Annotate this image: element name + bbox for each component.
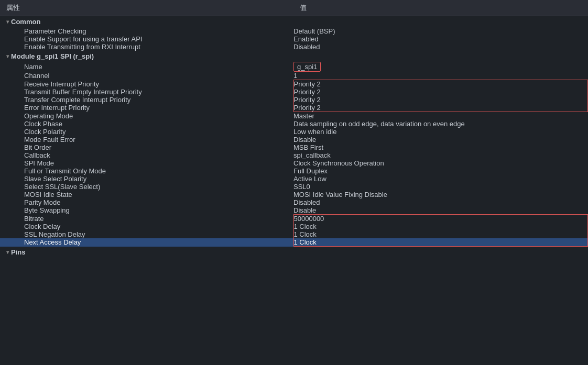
table-row[interactable]: Select SSL(Slave Select)SSL0 — [0, 183, 588, 191]
properties-table: 属性 值 ▾CommonParameter CheckingDefault (B… — [0, 0, 588, 258]
property-cell: Channel — [0, 72, 293, 80]
property-cell: Operating Mode — [0, 112, 293, 120]
section-name: Module g_spi1 SPI (r_spi) — [11, 52, 94, 60]
value-cell[interactable]: Disable — [293, 136, 588, 143]
value-cell[interactable]: 1 Clock — [293, 223, 588, 230]
table-row[interactable]: Parity ModeDisabled — [0, 198, 588, 206]
value-cell[interactable]: MOSI Idle Value Fixing Disable — [293, 191, 588, 198]
value-cell[interactable]: spi_callback — [293, 151, 588, 159]
value-box: Priority 2 — [294, 80, 321, 88]
value-cell[interactable]: 1 Clock — [293, 238, 588, 247]
table-row[interactable]: Slave Select PolarityActive Low — [0, 175, 588, 183]
property-column-header: 属性 — [0, 0, 293, 16]
table-row[interactable]: Next Access Delay1 Clock — [0, 238, 588, 247]
table-row[interactable]: Clock Delay1 Clock — [0, 223, 588, 230]
section-label: ▾Module g_spi1 SPI (r_spi) — [0, 51, 588, 62]
value-cell[interactable]: Priority 2 — [293, 88, 588, 96]
property-cell: Enable Transmitting from RXI Interrupt — [0, 43, 293, 51]
value-cell[interactable]: 1 — [293, 72, 588, 80]
property-cell: Parameter Checking — [0, 27, 293, 35]
value-column-header: 值 — [293, 0, 588, 16]
property-cell: Bit Order — [0, 143, 293, 151]
table-row[interactable]: Mode Fault ErrorDisable — [0, 136, 588, 143]
chevron-icon: ▾ — [6, 19, 9, 25]
property-cell: Next Access Delay — [0, 238, 293, 247]
value-cell[interactable]: Priority 2 — [293, 96, 588, 104]
property-cell: Mode Fault Error — [0, 136, 293, 143]
table-row[interactable]: Transfer Complete Interrupt PriorityPrio… — [0, 96, 588, 104]
table-row[interactable]: Channel1 — [0, 72, 588, 80]
section-label: ▾Common — [0, 16, 588, 28]
property-cell: Transfer Complete Interrupt Priority — [0, 96, 293, 104]
table-body: ▾CommonParameter CheckingDefault (BSP)En… — [0, 16, 588, 258]
property-cell: Bitrate — [0, 215, 293, 223]
table-row[interactable]: Bitrate50000000 — [0, 215, 588, 223]
value-cell[interactable]: 50000000 — [293, 215, 588, 223]
value-cell[interactable]: Disable — [293, 206, 588, 215]
value-cell[interactable]: Full Duplex — [293, 167, 588, 175]
property-cell: Callback — [0, 151, 293, 159]
chevron-icon: ▾ — [6, 249, 9, 255]
table-row[interactable]: ▾Common — [0, 16, 588, 28]
value-cell[interactable]: MSB First — [293, 143, 588, 151]
table-row[interactable]: MOSI Idle StateMOSI Idle Value Fixing Di… — [0, 191, 588, 198]
property-cell: SSL Negation Delay — [0, 230, 293, 238]
table-row[interactable]: Bit OrderMSB First — [0, 143, 588, 151]
table-row[interactable]: Clock PolarityLow when idle — [0, 128, 588, 136]
property-cell: Clock Delay — [0, 223, 293, 230]
table-row[interactable]: Clock PhaseData sampling on odd edge, da… — [0, 120, 588, 128]
value-cell[interactable]: Active Low — [293, 175, 588, 183]
value-cell[interactable]: Disabled — [293, 198, 588, 206]
property-cell: SPI Mode — [0, 159, 293, 167]
table-row[interactable]: Error Interrupt PriorityPriority 2 — [0, 104, 588, 112]
property-cell: Byte Swapping — [0, 206, 293, 215]
property-cell: Slave Select Polarity — [0, 175, 293, 183]
value-box: g_spi1 — [293, 62, 321, 72]
property-cell: Parity Mode — [0, 198, 293, 206]
table-row[interactable]: Full or Transmit Only ModeFull Duplex — [0, 167, 588, 175]
property-cell: Full or Transmit Only Mode — [0, 167, 293, 175]
value-cell[interactable]: SSL0 — [293, 183, 588, 191]
value-box: 1 Clock — [294, 223, 317, 230]
property-cell: Enable Support for using a transfer API — [0, 35, 293, 43]
table-row[interactable]: Enable Support for using a transfer APIE… — [0, 35, 588, 43]
value-box: Priority 2 — [294, 104, 321, 112]
value-cell[interactable]: Disabled — [293, 43, 588, 51]
table-row[interactable]: ▾Module g_spi1 SPI (r_spi) — [0, 51, 588, 62]
value-box: 1 Clock — [294, 238, 317, 246]
property-cell: MOSI Idle State — [0, 191, 293, 198]
value-cell[interactable]: g_spi1 — [293, 62, 588, 72]
value-cell[interactable]: Low when idle — [293, 128, 588, 136]
table-row[interactable]: ▾Pins — [0, 247, 588, 258]
section-name: Common — [11, 18, 40, 26]
property-cell: Transmit Buffer Empty Interrupt Priority — [0, 88, 293, 96]
table-row[interactable]: SPI ModeClock Synchronous Operation — [0, 159, 588, 167]
table-row[interactable]: Byte SwappingDisable — [0, 206, 588, 215]
property-cell: Receive Interrupt Priority — [0, 80, 293, 89]
table-row[interactable]: Callbackspi_callback — [0, 151, 588, 159]
value-cell[interactable]: 1 Clock — [293, 230, 588, 238]
properties-table-container[interactable]: 属性 值 ▾CommonParameter CheckingDefault (B… — [0, 0, 588, 365]
property-cell: Name — [0, 62, 293, 72]
value-cell[interactable]: Priority 2 — [293, 80, 588, 89]
value-box: Priority 2 — [294, 96, 321, 104]
section-name: Pins — [11, 248, 25, 256]
value-cell[interactable]: Data sampling on odd edge, data variatio… — [293, 120, 588, 128]
property-cell: Error Interrupt Priority — [0, 104, 293, 112]
value-cell[interactable]: Default (BSP) — [293, 27, 588, 35]
table-row[interactable]: Enable Transmitting from RXI InterruptDi… — [0, 43, 588, 51]
table-row[interactable]: Nameg_spi1 — [0, 62, 588, 72]
value-cell[interactable]: Enabled — [293, 35, 588, 43]
chevron-icon: ▾ — [6, 53, 9, 59]
table-row[interactable]: SSL Negation Delay1 Clock — [0, 230, 588, 238]
table-row[interactable]: Transmit Buffer Empty Interrupt Priority… — [0, 88, 588, 96]
table-row[interactable]: Receive Interrupt PriorityPriority 2 — [0, 80, 588, 89]
property-cell: Clock Polarity — [0, 128, 293, 136]
value-cell[interactable]: Master — [293, 112, 588, 120]
table-row[interactable]: Operating ModeMaster — [0, 112, 588, 120]
table-row[interactable]: Parameter CheckingDefault (BSP) — [0, 27, 588, 35]
value-box: Priority 2 — [294, 88, 321, 96]
property-cell: Select SSL(Slave Select) — [0, 183, 293, 191]
value-cell[interactable]: Clock Synchronous Operation — [293, 159, 588, 167]
value-cell[interactable]: Priority 2 — [293, 104, 588, 112]
